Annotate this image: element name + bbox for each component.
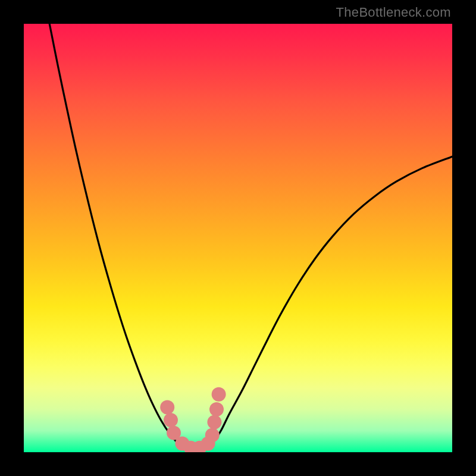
highlight-dot — [164, 413, 178, 427]
chart-frame: TheBottleneck.com — [0, 0, 476, 476]
highlight-dot — [209, 402, 224, 416]
plot-area — [24, 24, 452, 452]
curve-right-branch — [212, 156, 452, 443]
watermark-text: TheBottleneck.com — [336, 5, 451, 20]
dot-layer — [160, 387, 226, 452]
highlight-dot — [205, 428, 220, 442]
line-layer — [49, 24, 452, 444]
highlight-dot — [160, 400, 174, 414]
chart-svg — [24, 24, 452, 452]
curve-left-branch — [49, 24, 178, 444]
highlight-dot — [207, 415, 221, 430]
highlight-dot — [212, 387, 226, 402]
